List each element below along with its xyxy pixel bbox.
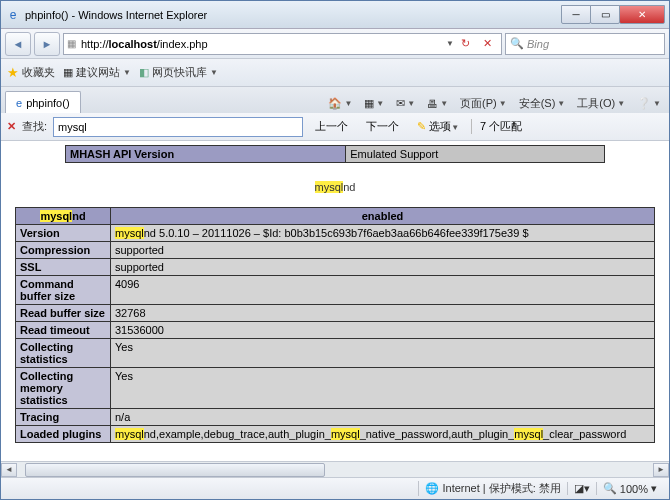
row-key: Collecting statistics	[16, 339, 111, 368]
mysqlnd-table: mysqlndenabled Versionmysqlnd 5.0.10 – 2…	[15, 207, 655, 443]
tab-phpinfo[interactable]: e phpinfo()	[5, 91, 81, 113]
home-button[interactable]: 🏠▼	[324, 95, 356, 112]
ie-icon: e	[16, 97, 22, 109]
find-input[interactable]	[53, 117, 303, 137]
window-title: phpinfo() - Windows Internet Explorer	[25, 9, 562, 21]
suggested-sites[interactable]: ▦建议网站▼	[63, 65, 131, 80]
find-prev[interactable]: 上一个	[309, 117, 354, 136]
minimize-button[interactable]: ─	[561, 5, 591, 24]
page-icon: ▦	[67, 38, 81, 49]
row-key: Read timeout	[16, 322, 111, 339]
row-val: Yes	[111, 368, 655, 409]
section-heading: mysqlnd	[15, 171, 655, 197]
th-right: enabled	[111, 208, 655, 225]
status-bar: 🌐 Internet | 保护模式: 禁用 ◪▾ 🔍 100% ▾	[1, 477, 669, 499]
row-val: supported	[111, 242, 655, 259]
row-val: mysqlnd,example,debug_trace,auth_plugin_…	[111, 426, 655, 443]
row-key: Collecting memory statistics	[16, 368, 111, 409]
titlebar: e phpinfo() - Windows Internet Explorer …	[1, 1, 669, 29]
mhash-key: MHASH API Version	[66, 146, 346, 163]
favorites-button[interactable]: ★收藏夹	[7, 65, 55, 80]
row-val: supported	[111, 259, 655, 276]
zoom-level[interactable]: 🔍 100% ▾	[596, 482, 663, 495]
search-placeholder: Bing	[527, 38, 549, 50]
th-left: mysqlnd	[16, 208, 111, 225]
tools-menu[interactable]: 工具(O)▼	[573, 94, 629, 113]
row-val: 32768	[111, 305, 655, 322]
find-options[interactable]: ✎ 选项▼	[411, 117, 465, 136]
row-key: Command buffer size	[16, 276, 111, 305]
mail-button[interactable]: ✉▼	[392, 95, 419, 112]
mhash-val: Emulated Support	[346, 146, 605, 163]
back-button[interactable]: ◄	[5, 32, 31, 56]
row-key: SSL	[16, 259, 111, 276]
feeds-button[interactable]: ▦▼	[360, 95, 388, 112]
tab-label: phpinfo()	[26, 97, 69, 109]
maximize-button[interactable]: ▭	[590, 5, 620, 24]
protected-mode-icon[interactable]: ◪▾	[567, 482, 596, 495]
help-button[interactable]: ❔▼	[633, 95, 665, 112]
row-val: Yes	[111, 339, 655, 368]
find-bar: ✕ 查找: 上一个 下一个 ✎ 选项▼ 7 个匹配	[1, 113, 669, 141]
favorites-bar: ★收藏夹 ▦建议网站▼ ◧网页快讯库▼	[1, 59, 669, 87]
refresh-icon[interactable]: ↻	[454, 34, 476, 54]
dropdown-icon[interactable]: ▼	[446, 39, 454, 48]
print-button[interactable]: 🖶▼	[423, 96, 452, 112]
tab-bar: e phpinfo() 🏠▼ ▦▼ ✉▼ 🖶▼ 页面(P)▼ 安全(S)▼ 工具…	[1, 87, 669, 113]
row-val: 31536000	[111, 322, 655, 339]
nav-toolbar: ◄ ► ▦ http://localhost/index.php ▼ ↻ ✕ 🔍…	[1, 29, 669, 59]
find-next[interactable]: 下一个	[360, 117, 405, 136]
status-zone: 🌐 Internet | 保护模式: 禁用	[418, 481, 566, 496]
row-val: n/a	[111, 409, 655, 426]
scroll-thumb[interactable]	[25, 463, 325, 477]
row-val: 4096	[111, 276, 655, 305]
row-key: Tracing	[16, 409, 111, 426]
close-button[interactable]: ✕	[619, 5, 665, 24]
row-key: Compression	[16, 242, 111, 259]
row-val: mysqlnd 5.0.10 – 20111026 – $Id: b0b3b15…	[111, 225, 655, 242]
address-bar[interactable]: ▦ http://localhost/index.php ▼ ↻ ✕	[63, 33, 502, 55]
find-label: 查找:	[22, 119, 47, 134]
horizontal-scrollbar[interactable]: ◄ ►	[1, 461, 669, 477]
find-close-icon[interactable]: ✕	[7, 120, 16, 133]
search-icon: 🔍	[510, 37, 524, 50]
row-key: Version	[16, 225, 111, 242]
search-box[interactable]: 🔍 Bing	[505, 33, 665, 55]
scroll-left-icon[interactable]: ◄	[1, 463, 17, 477]
content-area: MHASH API VersionEmulated Support mysqln…	[1, 141, 669, 461]
ie-icon: e	[5, 7, 21, 23]
mhash-table: MHASH API VersionEmulated Support	[65, 145, 605, 163]
row-key: Read buffer size	[16, 305, 111, 322]
slice-icon: ◧	[139, 66, 149, 79]
sites-icon: ▦	[63, 66, 73, 79]
forward-button[interactable]: ►	[34, 32, 60, 56]
address-text: http://localhost/index.php	[81, 37, 446, 51]
web-slice[interactable]: ◧网页快讯库▼	[139, 65, 218, 80]
stop-icon[interactable]: ✕	[476, 34, 498, 54]
safety-menu[interactable]: 安全(S)▼	[515, 94, 570, 113]
row-key: Loaded plugins	[16, 426, 111, 443]
star-icon: ★	[7, 65, 19, 80]
page-menu[interactable]: 页面(P)▼	[456, 94, 511, 113]
find-matches: 7 个匹配	[471, 119, 522, 134]
scroll-right-icon[interactable]: ►	[653, 463, 669, 477]
